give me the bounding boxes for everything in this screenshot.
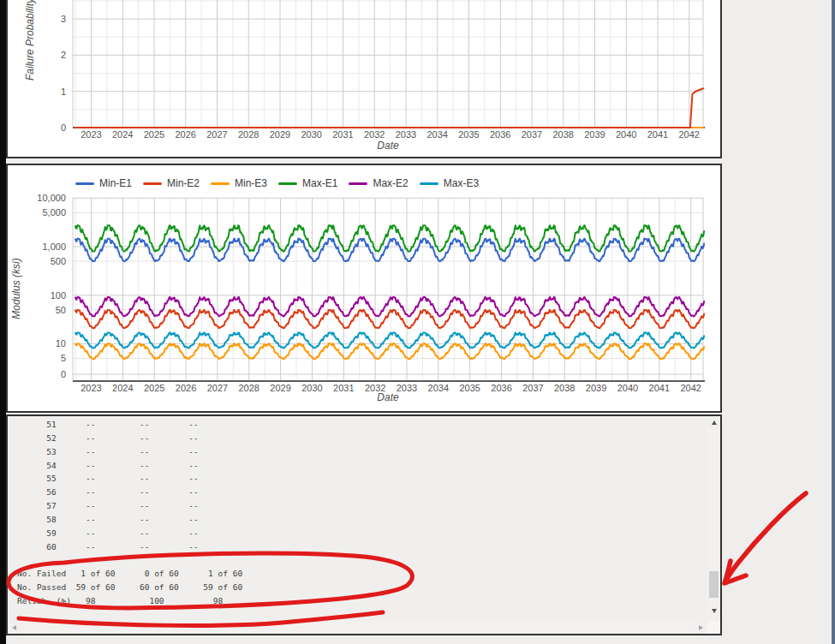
svg-text:2039: 2039 (586, 383, 606, 393)
modulus-legend: Min-E1 Min-E2 Min-E3 Max-E1 Max-E2 Max-E… (75, 177, 479, 189)
scroll-down-icon (712, 609, 717, 613)
legend-item-min-e2[interactable]: Min-E2 (143, 177, 200, 189)
svg-text:2024: 2024 (112, 383, 133, 393)
legend-item-min-e3[interactable]: Min-E3 (211, 177, 267, 189)
svg-text:50: 50 (56, 305, 66, 315)
svg-text:2036: 2036 (491, 383, 511, 393)
red-arrow-shaft (725, 493, 806, 581)
svg-text:2: 2 (61, 50, 66, 60)
svg-text:2032: 2032 (364, 129, 385, 140)
svg-text:2033: 2033 (397, 383, 417, 393)
legend-label: Min-E2 (167, 177, 200, 189)
svg-text:2023: 2023 (81, 129, 101, 140)
svg-text:2040: 2040 (616, 129, 636, 140)
svg-text:2036: 2036 (490, 129, 510, 140)
legend-label: Min-E1 (99, 177, 132, 189)
svg-text:2041: 2041 (647, 129, 668, 140)
svg-text:2028: 2028 (238, 129, 259, 140)
svg-text:2029: 2029 (270, 383, 290, 393)
legend-label: Max-E2 (373, 177, 408, 189)
svg-text:2031: 2031 (332, 129, 353, 140)
svg-text:100: 100 (51, 290, 66, 301)
min-e1-swatch (75, 182, 94, 185)
max-e3-swatch (420, 182, 438, 185)
svg-text:2040: 2040 (617, 383, 638, 393)
svg-text:2027: 2027 (207, 383, 228, 393)
svg-text:2033: 2033 (396, 129, 416, 140)
svg-text:2042: 2042 (679, 129, 700, 140)
results-console-output: 51 -- -- -- 52 -- -- -- 53 -- -- -- 54 -… (17, 418, 242, 608)
modulus-chart-panel: 2023202420252026202720282029203020312032… (6, 164, 722, 413)
svg-text:2031: 2031 (333, 383, 354, 393)
svg-text:2024: 2024 (112, 129, 133, 140)
vertical-scrollbar-thumb[interactable] (709, 571, 719, 598)
svg-text:2025: 2025 (144, 383, 164, 393)
svg-text:2023: 2023 (81, 383, 101, 393)
red-arrow-head (725, 561, 746, 583)
svg-text:2034: 2034 (428, 383, 449, 393)
legend-label: Max-E3 (444, 177, 479, 189)
svg-text:2035: 2035 (459, 383, 480, 393)
scroll-down-button[interactable] (707, 605, 720, 617)
scroll-left-icon (12, 625, 16, 630)
failure-x-axis-title: Date (377, 140, 398, 152)
window-right-edge (832, 0, 835, 644)
window-left-edge (0, 0, 6, 644)
scroll-up-button[interactable] (707, 416, 720, 429)
scrollbar-corner (707, 621, 720, 634)
legend-label: Min-E3 (235, 177, 267, 189)
scroll-right-icon (699, 625, 703, 630)
modulus-x-axis-title: Date (377, 391, 398, 403)
min-e2-swatch (143, 182, 162, 185)
svg-text:1: 1 (61, 86, 66, 97)
svg-text:2030: 2030 (301, 129, 322, 140)
svg-text:5: 5 (61, 353, 66, 363)
svg-text:2038: 2038 (554, 383, 575, 393)
svg-text:2026: 2026 (176, 383, 196, 393)
svg-text:10: 10 (56, 338, 66, 349)
svg-text:2039: 2039 (584, 129, 605, 140)
svg-text:10,000: 10,000 (37, 193, 66, 203)
svg-text:2025: 2025 (144, 129, 164, 140)
svg-text:2026: 2026 (176, 129, 196, 140)
svg-text:2035: 2035 (458, 129, 479, 140)
svg-text:2038: 2038 (553, 129, 574, 140)
legend-item-min-e1[interactable]: Min-E1 (75, 177, 132, 189)
modulus-y-axis-title: Modulus (ksi) (10, 258, 22, 319)
max-e2-swatch (349, 182, 367, 185)
svg-text:500: 500 (51, 256, 66, 266)
svg-text:5,000: 5,000 (42, 207, 66, 218)
failure-chart-panel: 2023202420252026202720282029203020312032… (6, 0, 722, 158)
svg-text:2034: 2034 (427, 129, 448, 140)
svg-text:2030: 2030 (301, 383, 322, 393)
vertical-scrollbar[interactable] (707, 416, 720, 617)
app-window: 2023202420252026202720282029203020312032… (0, 0, 835, 644)
svg-text:2029: 2029 (270, 129, 290, 140)
legend-label: Max-E1 (302, 177, 337, 189)
svg-text:2027: 2027 (206, 129, 227, 140)
failure-y-axis-title: Failure Probability (%) (24, 0, 36, 80)
svg-text:2042: 2042 (680, 383, 701, 393)
svg-text:2037: 2037 (522, 383, 543, 393)
modulus-chart: 2023202420252026202720282029203020312032… (8, 165, 720, 411)
legend-item-max-e3[interactable]: Max-E3 (420, 177, 479, 189)
legend-item-max-e1[interactable]: Max-E1 (278, 177, 337, 189)
legend-item-max-e2[interactable]: Max-E2 (349, 177, 408, 189)
failure-chart: 2023202420252026202720282029203020312032… (8, 0, 720, 157)
scroll-right-button[interactable] (695, 621, 707, 634)
horizontal-scrollbar[interactable] (8, 621, 707, 634)
svg-text:1,000: 1,000 (42, 242, 66, 252)
min-e3-swatch (211, 182, 230, 185)
svg-text:0: 0 (61, 369, 66, 379)
svg-text:2028: 2028 (239, 383, 259, 393)
svg-text:2041: 2041 (649, 383, 670, 393)
scroll-up-icon (712, 420, 717, 425)
max-e1-swatch (278, 182, 297, 185)
scroll-left-button[interactable] (8, 621, 21, 634)
svg-text:0: 0 (61, 122, 66, 133)
results-console-panel: 51 -- -- -- 52 -- -- -- 53 -- -- -- 54 -… (6, 414, 722, 635)
svg-text:2037: 2037 (522, 129, 542, 140)
svg-text:3: 3 (61, 14, 66, 24)
